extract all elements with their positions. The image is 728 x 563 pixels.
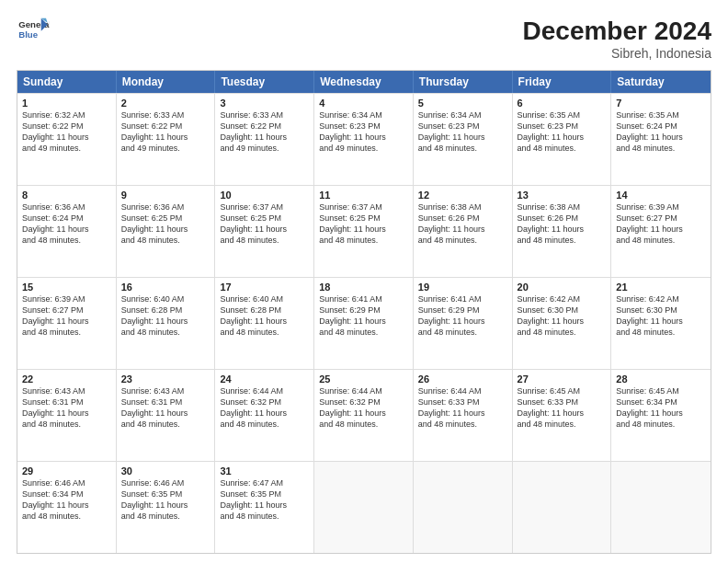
day-number: 31 bbox=[220, 465, 309, 477]
cal-cell-4-5 bbox=[513, 462, 612, 553]
day-number: 16 bbox=[121, 282, 210, 293]
cal-cell-1-3: 11Sunrise: 6:37 AM Sunset: 6:25 PM Dayli… bbox=[314, 186, 414, 277]
title-block: December 2024 Sibreh, Indonesia bbox=[523, 17, 711, 61]
cal-cell-0-0: 1Sunrise: 6:32 AM Sunset: 6:22 PM Daylig… bbox=[17, 94, 117, 185]
cal-cell-4-2: 31Sunrise: 6:47 AM Sunset: 6:35 PM Dayli… bbox=[215, 462, 314, 553]
cal-cell-3-6: 28Sunrise: 6:45 AM Sunset: 6:34 PM Dayli… bbox=[611, 370, 711, 461]
day-number: 6 bbox=[518, 98, 607, 109]
cal-cell-1-1: 9Sunrise: 6:36 AM Sunset: 6:25 PM Daylig… bbox=[117, 186, 216, 277]
cal-cell-1-6: 14Sunrise: 6:39 AM Sunset: 6:27 PM Dayli… bbox=[611, 186, 711, 277]
day-info: Sunrise: 6:37 AM Sunset: 6:25 PM Dayligh… bbox=[319, 201, 408, 247]
day-number: 8 bbox=[22, 190, 111, 201]
day-info: Sunrise: 6:46 AM Sunset: 6:34 PM Dayligh… bbox=[22, 477, 111, 523]
day-info: Sunrise: 6:39 AM Sunset: 6:27 PM Dayligh… bbox=[616, 201, 706, 247]
day-number: 13 bbox=[518, 190, 607, 201]
day-number: 25 bbox=[319, 373, 408, 385]
day-info: Sunrise: 6:44 AM Sunset: 6:32 PM Dayligh… bbox=[319, 385, 408, 431]
day-info: Sunrise: 6:35 AM Sunset: 6:24 PM Dayligh… bbox=[616, 109, 706, 155]
logo-icon: General Blue bbox=[17, 17, 50, 42]
day-info: Sunrise: 6:43 AM Sunset: 6:31 PM Dayligh… bbox=[121, 385, 210, 431]
day-info: Sunrise: 6:36 AM Sunset: 6:25 PM Dayligh… bbox=[121, 201, 210, 247]
calendar-week-1: 8Sunrise: 6:36 AM Sunset: 6:24 PM Daylig… bbox=[17, 185, 711, 277]
day-info: Sunrise: 6:35 AM Sunset: 6:23 PM Dayligh… bbox=[518, 109, 607, 155]
cal-cell-4-3 bbox=[314, 462, 414, 553]
day-info: Sunrise: 6:39 AM Sunset: 6:27 PM Dayligh… bbox=[22, 293, 111, 339]
header-friday: Friday bbox=[513, 71, 612, 93]
calendar-week-3: 22Sunrise: 6:43 AM Sunset: 6:31 PM Dayli… bbox=[17, 369, 711, 461]
calendar: Sunday Monday Tuesday Wednesday Thursday… bbox=[17, 70, 711, 554]
day-number: 28 bbox=[616, 373, 706, 385]
day-number: 15 bbox=[22, 282, 111, 293]
day-info: Sunrise: 6:45 AM Sunset: 6:34 PM Dayligh… bbox=[616, 385, 706, 431]
day-info: Sunrise: 6:46 AM Sunset: 6:35 PM Dayligh… bbox=[121, 477, 210, 523]
day-info: Sunrise: 6:43 AM Sunset: 6:31 PM Dayligh… bbox=[22, 385, 111, 431]
day-info: Sunrise: 6:33 AM Sunset: 6:22 PM Dayligh… bbox=[220, 109, 309, 155]
day-number: 12 bbox=[418, 190, 507, 201]
day-number: 18 bbox=[319, 282, 408, 293]
day-number: 23 bbox=[121, 373, 210, 385]
cal-cell-3-1: 23Sunrise: 6:43 AM Sunset: 6:31 PM Dayli… bbox=[117, 370, 216, 461]
cal-cell-1-4: 12Sunrise: 6:38 AM Sunset: 6:26 PM Dayli… bbox=[414, 186, 513, 277]
day-info: Sunrise: 6:33 AM Sunset: 6:22 PM Dayligh… bbox=[121, 109, 210, 155]
day-info: Sunrise: 6:41 AM Sunset: 6:29 PM Dayligh… bbox=[418, 293, 507, 339]
day-info: Sunrise: 6:41 AM Sunset: 6:29 PM Dayligh… bbox=[319, 293, 408, 339]
header-monday: Monday bbox=[117, 71, 216, 93]
header-saturday: Saturday bbox=[611, 71, 711, 93]
cal-cell-3-2: 24Sunrise: 6:44 AM Sunset: 6:32 PM Dayli… bbox=[215, 370, 314, 461]
header-thursday: Thursday bbox=[414, 71, 513, 93]
cal-cell-2-4: 19Sunrise: 6:41 AM Sunset: 6:29 PM Dayli… bbox=[414, 278, 513, 369]
cal-cell-4-0: 29Sunrise: 6:46 AM Sunset: 6:34 PM Dayli… bbox=[17, 462, 117, 553]
cal-cell-0-5: 6Sunrise: 6:35 AM Sunset: 6:23 PM Daylig… bbox=[513, 94, 612, 185]
day-info: Sunrise: 6:44 AM Sunset: 6:33 PM Dayligh… bbox=[418, 385, 507, 431]
day-info: Sunrise: 6:42 AM Sunset: 6:30 PM Dayligh… bbox=[616, 293, 706, 339]
cal-cell-0-1: 2Sunrise: 6:33 AM Sunset: 6:22 PM Daylig… bbox=[117, 94, 216, 185]
cal-cell-2-0: 15Sunrise: 6:39 AM Sunset: 6:27 PM Dayli… bbox=[17, 278, 117, 369]
day-number: 19 bbox=[418, 282, 507, 293]
day-info: Sunrise: 6:44 AM Sunset: 6:32 PM Dayligh… bbox=[220, 385, 309, 431]
day-number: 11 bbox=[319, 190, 408, 201]
header-wednesday: Wednesday bbox=[314, 71, 414, 93]
day-number: 3 bbox=[220, 98, 309, 109]
day-number: 5 bbox=[418, 98, 507, 109]
svg-text:Blue: Blue bbox=[18, 29, 38, 40]
day-info: Sunrise: 6:38 AM Sunset: 6:26 PM Dayligh… bbox=[418, 201, 507, 247]
day-info: Sunrise: 6:47 AM Sunset: 6:35 PM Dayligh… bbox=[220, 477, 309, 523]
cal-cell-0-2: 3Sunrise: 6:33 AM Sunset: 6:22 PM Daylig… bbox=[215, 94, 314, 185]
day-number: 29 bbox=[22, 465, 111, 477]
day-number: 22 bbox=[22, 373, 111, 385]
page: General Blue December 2024 Sibreh, Indon… bbox=[0, 0, 728, 563]
day-info: Sunrise: 6:42 AM Sunset: 6:30 PM Dayligh… bbox=[518, 293, 607, 339]
cal-cell-2-6: 21Sunrise: 6:42 AM Sunset: 6:30 PM Dayli… bbox=[611, 278, 711, 369]
cal-cell-0-3: 4Sunrise: 6:34 AM Sunset: 6:23 PM Daylig… bbox=[314, 94, 414, 185]
calendar-body: 1Sunrise: 6:32 AM Sunset: 6:22 PM Daylig… bbox=[17, 93, 711, 553]
day-number: 1 bbox=[22, 98, 111, 109]
day-number: 20 bbox=[518, 282, 607, 293]
day-info: Sunrise: 6:37 AM Sunset: 6:25 PM Dayligh… bbox=[220, 201, 309, 247]
cal-cell-0-4: 5Sunrise: 6:34 AM Sunset: 6:23 PM Daylig… bbox=[414, 94, 513, 185]
cal-cell-1-2: 10Sunrise: 6:37 AM Sunset: 6:25 PM Dayli… bbox=[215, 186, 314, 277]
header-tuesday: Tuesday bbox=[215, 71, 314, 93]
day-number: 27 bbox=[518, 373, 607, 385]
day-info: Sunrise: 6:32 AM Sunset: 6:22 PM Dayligh… bbox=[22, 109, 111, 155]
day-info: Sunrise: 6:34 AM Sunset: 6:23 PM Dayligh… bbox=[418, 109, 507, 155]
day-number: 7 bbox=[616, 98, 706, 109]
calendar-week-0: 1Sunrise: 6:32 AM Sunset: 6:22 PM Daylig… bbox=[17, 93, 711, 185]
header-sunday: Sunday bbox=[17, 71, 117, 93]
cal-cell-2-5: 20Sunrise: 6:42 AM Sunset: 6:30 PM Dayli… bbox=[513, 278, 612, 369]
cal-cell-2-3: 18Sunrise: 6:41 AM Sunset: 6:29 PM Dayli… bbox=[314, 278, 414, 369]
day-number: 10 bbox=[220, 190, 309, 201]
cal-cell-3-3: 25Sunrise: 6:44 AM Sunset: 6:32 PM Dayli… bbox=[314, 370, 414, 461]
day-info: Sunrise: 6:40 AM Sunset: 6:28 PM Dayligh… bbox=[121, 293, 210, 339]
cal-cell-3-0: 22Sunrise: 6:43 AM Sunset: 6:31 PM Dayli… bbox=[17, 370, 117, 461]
cal-cell-4-4 bbox=[414, 462, 513, 553]
cal-cell-3-5: 27Sunrise: 6:45 AM Sunset: 6:33 PM Dayli… bbox=[513, 370, 612, 461]
day-number: 17 bbox=[220, 282, 309, 293]
cal-cell-1-0: 8Sunrise: 6:36 AM Sunset: 6:24 PM Daylig… bbox=[17, 186, 117, 277]
day-number: 24 bbox=[220, 373, 309, 385]
day-number: 26 bbox=[418, 373, 507, 385]
day-info: Sunrise: 6:34 AM Sunset: 6:23 PM Dayligh… bbox=[319, 109, 408, 155]
cal-cell-3-4: 26Sunrise: 6:44 AM Sunset: 6:33 PM Dayli… bbox=[414, 370, 513, 461]
calendar-week-4: 29Sunrise: 6:46 AM Sunset: 6:34 PM Dayli… bbox=[17, 461, 711, 553]
day-number: 4 bbox=[319, 98, 408, 109]
day-info: Sunrise: 6:40 AM Sunset: 6:28 PM Dayligh… bbox=[220, 293, 309, 339]
